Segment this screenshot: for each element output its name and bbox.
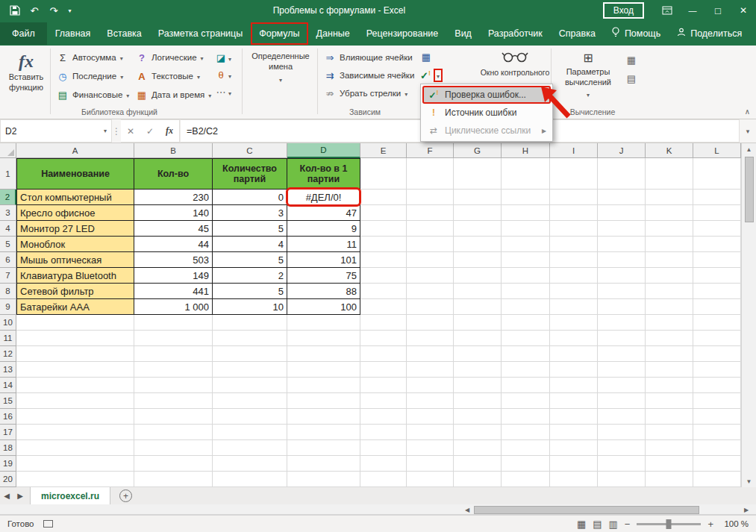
cell-G4[interactable] [454,221,502,237]
sheet-tab-active[interactable]: microexcel.ru [30,487,110,504]
cell-I13[interactable] [550,362,598,378]
cell-F14[interactable] [407,378,454,393]
column-header-H[interactable]: H [502,143,550,158]
cell-B18[interactable] [134,440,213,456]
cell-K4[interactable] [646,221,693,237]
normal-view-icon[interactable] [577,519,586,530]
ribbon-button-trace-precedents[interactable]: Влияющие ячейки [321,49,417,66]
horizontal-scrollbar[interactable] [462,505,752,514]
row-header-4[interactable]: 4 [0,221,16,237]
cell-B5[interactable]: 44 [134,237,213,252]
customize-qat-icon[interactable] [64,2,75,19]
cell-J7[interactable] [598,268,646,284]
next-sheet-icon[interactable] [13,492,27,500]
cell-J13[interactable] [598,362,646,378]
cell-L13[interactable] [693,362,741,378]
cell-I2[interactable] [550,190,598,205]
cell-A9[interactable]: Батарейки AAA [16,299,134,315]
cell-H3[interactable] [502,205,550,221]
row-header-13[interactable]: 13 [0,362,16,378]
cell-F2[interactable] [407,190,454,205]
cell-I7[interactable] [550,268,598,284]
cell-I14[interactable] [550,378,598,393]
cell-J9[interactable] [598,299,646,315]
cell-G7[interactable] [454,268,502,284]
cell-H8[interactable] [502,284,550,299]
horizontal-scroll-thumb[interactable] [474,506,699,514]
cell-J10[interactable] [598,315,646,331]
cell-K20[interactable] [646,472,693,487]
cell-C10[interactable] [213,315,287,331]
cell-I11[interactable] [550,331,598,346]
cell-C17[interactable] [213,425,287,440]
cell-H14[interactable] [502,378,550,393]
scroll-right-icon[interactable] [741,507,752,513]
cell-A8[interactable]: Сетевой фильтр [16,284,134,299]
cell-A3[interactable]: Кресло офисное [16,205,134,221]
cell-G2[interactable] [454,190,502,205]
cell-K7[interactable] [646,268,693,284]
cell-H15[interactable] [502,393,550,409]
cell-D7[interactable]: 75 [287,268,360,284]
zoom-slider-thumb[interactable] [666,519,672,529]
share-button[interactable]: Поделиться [669,28,749,39]
cell-L2[interactable] [693,190,741,205]
cell-B2[interactable]: 230 [134,190,213,205]
error-checking-split-button[interactable] [418,67,443,84]
cell-A18[interactable] [16,440,134,456]
ribbon-button-autosum[interactable]: Автосумма [54,49,132,66]
defined-names-button[interactable]: Определенные имена [246,51,315,84]
cell-I19[interactable] [550,456,598,472]
cell-C12[interactable] [213,346,287,362]
cell-B1[interactable]: Кол-во [134,158,213,190]
cell-K13[interactable] [646,362,693,378]
cell-G5[interactable] [454,237,502,252]
cell-G13[interactable] [454,362,502,378]
cell-E12[interactable] [360,346,407,362]
cell-L17[interactable] [693,425,741,440]
cell-C20[interactable] [213,472,287,487]
cell-L4[interactable] [693,221,741,237]
cell-I15[interactable] [550,393,598,409]
cell-A20[interactable] [16,472,134,487]
row-header-8[interactable]: 8 [0,284,16,299]
macro-record-icon[interactable] [43,520,53,528]
cell-I12[interactable] [550,346,598,362]
cell-L14[interactable] [693,378,741,393]
cell-A17[interactable] [16,425,134,440]
cell-J19[interactable] [598,456,646,472]
cell-J3[interactable] [598,205,646,221]
cell-L1[interactable] [693,158,741,190]
sign-in-button[interactable]: Вход [603,2,644,19]
ribbon-button-logical[interactable]: Логические [133,49,214,66]
cell-C2[interactable]: 0 [213,190,287,205]
redo-icon[interactable] [45,2,63,19]
enter-icon[interactable] [140,126,160,137]
cell-L6[interactable] [693,252,741,268]
cell-L12[interactable] [693,346,741,362]
cell-C15[interactable] [213,393,287,409]
ribbon-button-recent[interactable]: Последние [54,68,132,84]
cell-L16[interactable] [693,409,741,425]
cell-A2[interactable]: Стол компьютерный [16,190,134,205]
cell-H1[interactable] [502,158,550,190]
cell-F17[interactable] [407,425,454,440]
cell-G6[interactable] [454,252,502,268]
cell-K19[interactable] [646,456,693,472]
cell-E6[interactable] [360,252,407,268]
cell-K1[interactable] [646,158,693,190]
cell-L9[interactable] [693,299,741,315]
calculate-sheet-icon[interactable] [625,73,637,84]
column-header-G[interactable]: G [454,143,502,158]
cell-A16[interactable] [16,409,134,425]
tab-view[interactable]: Вид [446,22,480,45]
cell-F9[interactable] [407,299,454,315]
cell-E10[interactable] [360,315,407,331]
cell-E19[interactable] [360,456,407,472]
cell-D14[interactable] [287,378,360,393]
cell-E11[interactable] [360,331,407,346]
cell-G8[interactable] [454,284,502,299]
cell-D20[interactable] [287,472,360,487]
row-header-15[interactable]: 15 [0,393,16,409]
show-formulas-button[interactable] [418,49,443,65]
